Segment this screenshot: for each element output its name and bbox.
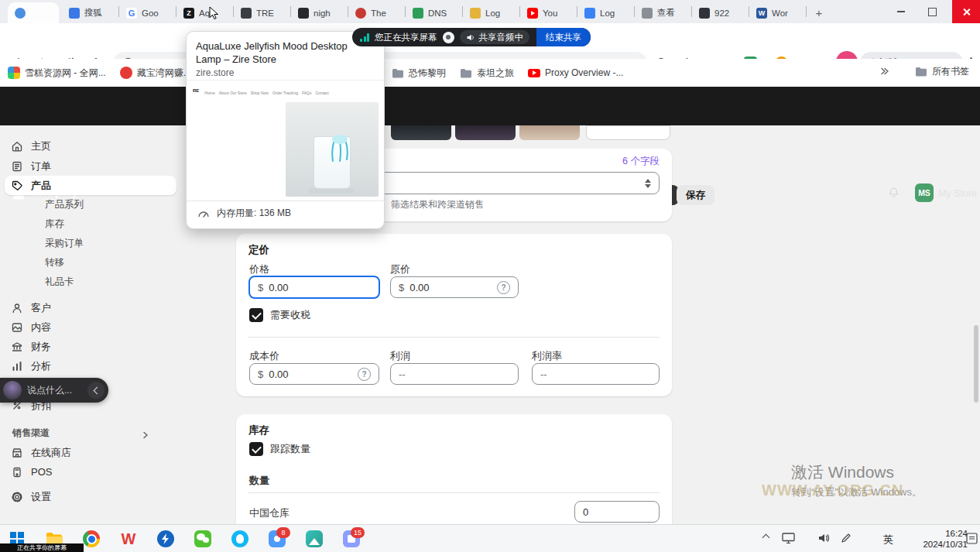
price-input[interactable]: $ 0.00 [248, 276, 380, 299]
action-center-icon[interactable] [966, 533, 978, 547]
bookmark-item[interactable]: 雪糕资源网 - 全网... [8, 67, 106, 80]
bookmark-folder[interactable]: 泰坦之旅 [460, 67, 514, 80]
help-icon[interactable]: ? [497, 281, 510, 294]
jellyfish-lamp-photo [286, 102, 379, 197]
tab-preview-title: AquaLuxe Jellyfish Mood Desktop Lamp – Z… [196, 39, 375, 66]
new-tab-button[interactable]: + [811, 5, 827, 20]
browser-tab[interactable]: The [348, 2, 406, 23]
taskbar-clock[interactable]: 16:24 2024/10/31 [906, 528, 968, 550]
pen-tray-icon[interactable] [841, 533, 852, 547]
bookmark-item[interactable]: 藏宝湾网赚... [120, 67, 191, 80]
quantity-header: 数量 [249, 474, 269, 488]
quantity-input[interactable]: 0 [574, 501, 660, 523]
collapse-chevron-icon[interactable] [87, 382, 105, 399]
bookmarks-overflow-icon[interactable] [879, 67, 889, 76]
track-quantity-checkbox[interactable] [249, 442, 263, 456]
product-media-thumbnail[interactable] [391, 125, 451, 140]
browser-tab[interactable]: G Goo [119, 2, 176, 23]
wechat-icon[interactable] [194, 530, 212, 548]
product-media-thumbnail[interactable] [519, 125, 580, 140]
tray-expand-chevron-icon[interactable] [763, 535, 769, 540]
volume-tray-icon[interactable] [817, 533, 830, 547]
sidebar-item-inventory[interactable]: 库存 [5, 214, 176, 234]
bookmark-favicon [120, 67, 132, 79]
charge-tax-label: 需要收税 [270, 308, 310, 322]
finances-icon [11, 341, 23, 353]
sidebar-item-purchase-orders[interactable]: 采购订单 [5, 234, 176, 253]
tab-favicon [15, 8, 26, 19]
stop-sharing-button[interactable]: 结束共享 [536, 28, 591, 46]
cost-input[interactable]: $ 0.00 ? [249, 363, 379, 385]
compare-price-label: 原价 [390, 262, 410, 276]
browser-tab[interactable]: Log [577, 2, 635, 23]
sidebar-item-customers[interactable]: 客户 [5, 298, 176, 317]
profit-input[interactable]: -- [390, 363, 519, 385]
chat-assistant-widget[interactable]: 说点什么... [0, 378, 108, 403]
notifications-bell-icon[interactable] [887, 187, 900, 203]
tab-favicon [584, 8, 595, 19]
word-favicon: W [756, 8, 767, 19]
orders-icon [11, 160, 23, 173]
folder-icon [915, 67, 927, 77]
tab-label: 922 [714, 9, 729, 18]
bookmark-item[interactable]: Proxy Overview -... [528, 67, 623, 78]
store-name[interactable]: My Store [938, 188, 977, 199]
channels-chevron-icon[interactable] [142, 428, 149, 442]
sidebar-item-finances[interactable]: 财务 [5, 337, 176, 356]
all-bookmarks-folder[interactable]: 所有书签 [915, 65, 969, 78]
store-avatar[interactable]: MS [915, 183, 934, 202]
window-maximize-button[interactable] [918, 0, 946, 23]
shopify-header: shopify 取消 保存 MS My Store [0, 87, 980, 125]
metafields-link[interactable]: 6 个字段 [622, 155, 660, 168]
chrome-taskbar-icon[interactable] [82, 530, 101, 548]
sidebar-item-home[interactable]: 主页 [5, 136, 176, 156]
compare-price-input[interactable]: $ 0.00 ? [390, 276, 519, 298]
browser-tab[interactable]: TRE [234, 2, 291, 23]
browser-tab[interactable]: 查看 [635, 2, 692, 23]
sidebar-item-content[interactable]: 内容 [5, 317, 176, 337]
sidebar-item-online-store[interactable]: 在线商店 [5, 443, 176, 462]
display-tray-icon[interactable] [782, 533, 795, 547]
tab-favicon [69, 8, 80, 19]
photos-app-icon[interactable] [305, 530, 324, 548]
language-indicator[interactable]: 英 [883, 533, 893, 547]
sidebar-item-orders[interactable]: 订单 [5, 156, 176, 176]
scrollbar-thumb[interactable] [974, 325, 978, 403]
browser-tab-hovered[interactable]: Z Aqu [176, 2, 234, 23]
sidebar-item-pos[interactable]: POS [5, 462, 176, 482]
pos-icon [11, 466, 23, 478]
sidebar-item-transfers[interactable]: 转移 [5, 253, 176, 273]
app-icon-with-badge[interactable]: 15 [342, 530, 361, 548]
browser-tab-strip: 搜狐 G Goo Z Aqu TRE nigh The DNS Log [0, 0, 980, 23]
chat-placeholder: 说点什么... [27, 384, 72, 397]
thunder-download-icon[interactable] [156, 530, 175, 548]
profit-label: 利润 [390, 349, 410, 363]
wps-icon[interactable]: W [119, 530, 138, 548]
charge-tax-checkbox[interactable] [249, 308, 263, 322]
browser-tab[interactable]: Log [463, 2, 520, 23]
margin-input[interactable]: -- [532, 363, 660, 385]
window-close-button[interactable] [952, 0, 980, 23]
help-icon[interactable]: ? [358, 368, 371, 381]
browser-tab[interactable]: nigh [291, 2, 348, 23]
sidebar-item-settings[interactable]: 设置 [5, 487, 176, 506]
browser-tab-active[interactable] [8, 2, 59, 23]
messenger-app-icon[interactable] [231, 530, 249, 548]
app-icon-with-badge[interactable]: 8 [268, 530, 286, 548]
browser-tab[interactable]: You [520, 2, 577, 23]
sidebar-item-products[interactable]: 产品 [5, 176, 176, 195]
product-media-thumbnail[interactable] [455, 125, 516, 140]
window-minimize-button[interactable] [887, 0, 915, 23]
browser-tab[interactable]: W Wor [749, 2, 807, 23]
browser-tab[interactable]: 922 [692, 2, 749, 23]
currency-prefix: $ [399, 282, 404, 293]
browser-tab[interactable]: DNS [406, 2, 463, 23]
sidebar-item-gift-cards[interactable]: 礼品卡 [5, 273, 176, 292]
browser-tab[interactable]: 搜狐 [62, 2, 119, 23]
sidebar-item-analytics[interactable]: 分析 [5, 356, 176, 375]
sidebar-item-collections[interactable]: 产品系列 [5, 195, 176, 214]
bookmark-folder[interactable]: 恐怖黎明 [392, 67, 446, 80]
memory-usage-row: 内存用量: 136 MB [197, 207, 291, 220]
save-button[interactable]: 保存 [677, 185, 714, 205]
add-media-tile[interactable] [586, 125, 670, 140]
